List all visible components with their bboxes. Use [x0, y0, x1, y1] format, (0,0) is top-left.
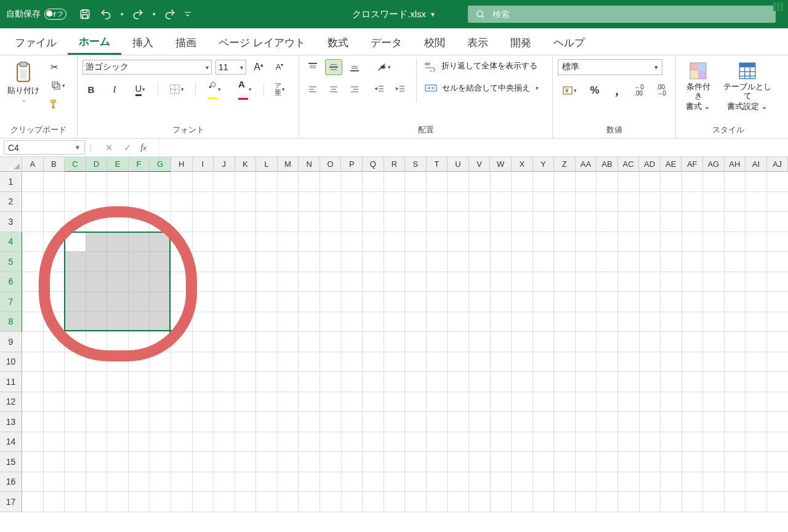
- column-header[interactable]: B: [44, 157, 65, 172]
- cell[interactable]: [448, 432, 469, 453]
- cell[interactable]: [320, 292, 342, 312]
- cell[interactable]: [533, 212, 555, 232]
- column-header[interactable]: P: [341, 157, 363, 172]
- cell[interactable]: [448, 352, 469, 373]
- cell[interactable]: [342, 332, 363, 352]
- row-header[interactable]: 3: [0, 212, 22, 232]
- row-header[interactable]: 6: [0, 272, 22, 292]
- cell[interactable]: [65, 212, 86, 232]
- cell[interactable]: [533, 292, 555, 312]
- cell[interactable]: [171, 392, 193, 413]
- cell[interactable]: [405, 312, 427, 332]
- cell[interactable]: [640, 312, 661, 332]
- column-header[interactable]: G: [150, 157, 171, 172]
- cell[interactable]: [405, 172, 427, 192]
- cell[interactable]: [320, 192, 342, 212]
- cell[interactable]: [640, 452, 661, 472]
- cell[interactable]: [214, 312, 235, 332]
- cell[interactable]: [703, 372, 725, 392]
- cell[interactable]: [363, 412, 384, 432]
- cell[interactable]: [256, 292, 278, 312]
- cell[interactable]: [299, 372, 320, 392]
- cell[interactable]: [278, 392, 299, 413]
- row-header[interactable]: 15: [0, 452, 22, 472]
- column-header[interactable]: Y: [533, 157, 555, 172]
- cell[interactable]: [576, 432, 597, 453]
- cell[interactable]: [107, 372, 129, 392]
- cell[interactable]: [363, 332, 384, 352]
- cell[interactable]: [533, 372, 555, 392]
- column-header[interactable]: AE: [661, 157, 682, 172]
- cell[interactable]: [427, 372, 448, 392]
- cell[interactable]: [448, 172, 469, 192]
- cell[interactable]: [320, 352, 342, 373]
- column-header[interactable]: Q: [363, 157, 384, 172]
- cell[interactable]: [44, 172, 65, 192]
- cell[interactable]: [256, 452, 278, 472]
- cell[interactable]: [597, 172, 618, 192]
- cell[interactable]: [682, 252, 704, 272]
- cell[interactable]: [640, 352, 661, 373]
- redo-dropdown[interactable]: ▾: [149, 5, 159, 23]
- cell[interactable]: [512, 492, 533, 512]
- cell[interactable]: [320, 412, 342, 432]
- cell[interactable]: [640, 252, 661, 272]
- cell[interactable]: [767, 372, 788, 392]
- cell[interactable]: [448, 452, 469, 472]
- cell[interactable]: [363, 312, 384, 332]
- cell[interactable]: [342, 172, 363, 192]
- merge-center-button[interactable]: セルを結合して中央揃え ▾: [424, 81, 539, 95]
- cell[interactable]: [448, 272, 469, 292]
- font-name-combo[interactable]: 游ゴシック▾: [82, 60, 212, 75]
- cell[interactable]: [618, 492, 640, 512]
- column-header[interactable]: W: [490, 157, 512, 172]
- cell[interactable]: [384, 292, 406, 312]
- cell[interactable]: [65, 492, 86, 512]
- column-header[interactable]: V: [469, 157, 491, 172]
- cell[interactable]: [725, 432, 746, 453]
- cell[interactable]: [214, 412, 235, 432]
- cell[interactable]: [746, 212, 767, 232]
- column-header[interactable]: AH: [725, 157, 746, 172]
- cell[interactable]: [405, 472, 427, 493]
- column-header[interactable]: F: [129, 157, 150, 172]
- cell[interactable]: [44, 292, 65, 312]
- cell[interactable]: [342, 252, 363, 272]
- conditional-formatting-button[interactable]: 条件付き 書式 ⌄: [681, 59, 715, 113]
- column-header[interactable]: O: [320, 157, 342, 172]
- row-header[interactable]: 2: [0, 192, 22, 212]
- cell[interactable]: [469, 312, 491, 332]
- cell[interactable]: [597, 252, 618, 272]
- cell[interactable]: [703, 332, 725, 352]
- column-header[interactable]: J: [214, 157, 235, 172]
- cell[interactable]: [618, 252, 640, 272]
- cell[interactable]: [107, 212, 129, 232]
- cell[interactable]: [256, 312, 278, 332]
- cell[interactable]: [256, 252, 278, 272]
- cell[interactable]: [320, 332, 342, 352]
- cell[interactable]: [746, 432, 767, 453]
- cell[interactable]: [171, 472, 193, 493]
- cell[interactable]: [746, 412, 767, 432]
- cell[interactable]: [22, 292, 44, 312]
- cell[interactable]: [448, 292, 469, 312]
- cell[interactable]: [682, 472, 704, 493]
- cell[interactable]: [703, 472, 725, 493]
- cell[interactable]: [256, 212, 278, 232]
- cell[interactable]: [299, 172, 320, 192]
- cell[interactable]: [342, 372, 363, 392]
- qat-customize[interactable]: [181, 5, 195, 23]
- tab-developer[interactable]: 開発: [499, 30, 542, 55]
- cell[interactable]: [405, 272, 427, 292]
- cell[interactable]: [576, 332, 597, 352]
- align-center-button[interactable]: [325, 81, 342, 97]
- row-header[interactable]: 11: [0, 372, 22, 392]
- column-header[interactable]: K: [235, 157, 257, 172]
- cell[interactable]: [491, 332, 512, 352]
- cell[interactable]: [469, 332, 491, 352]
- redo-button[interactable]: [128, 5, 148, 23]
- cell[interactable]: [320, 452, 342, 472]
- cell[interactable]: [640, 492, 661, 512]
- cell[interactable]: [384, 212, 406, 232]
- cell[interactable]: [427, 292, 448, 312]
